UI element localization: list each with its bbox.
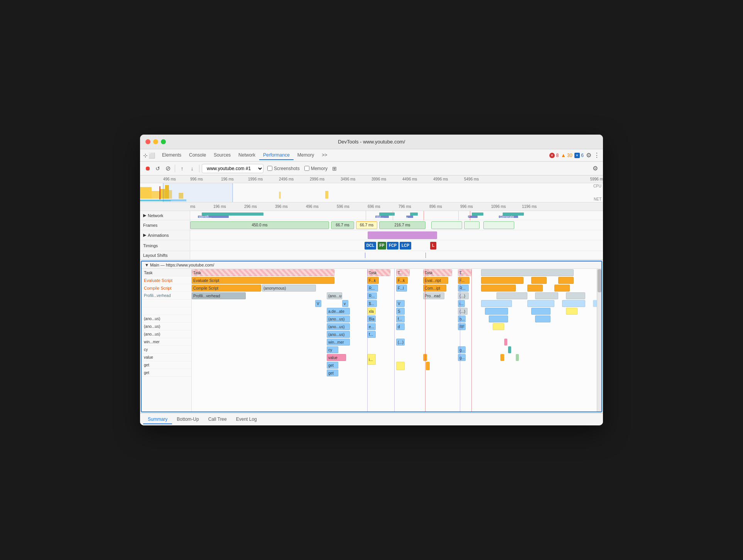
layout-shifts-content — [190, 251, 603, 259]
warning-icon: ▲ — [561, 152, 566, 158]
memory-checkbox-label[interactable]: Memory — [304, 166, 328, 171]
main-header: ▼ Main — https://www.youtube.com/ — [142, 261, 601, 269]
rf-bar: RF — [458, 323, 466, 330]
label-get1: get — [142, 361, 191, 369]
scatter-5 — [527, 300, 554, 307]
value-bar: value — [327, 354, 346, 361]
record-button[interactable]: ⏺ — [143, 164, 152, 173]
guide-line-red1 — [425, 269, 426, 412]
scatter-3 — [489, 315, 508, 322]
label-value: value — [142, 354, 191, 361]
e-bar: e... — [367, 323, 376, 330]
tab-call-tree[interactable]: Call Tree — [204, 415, 231, 424]
settings-icon[interactable]: ⚙ — [586, 152, 591, 159]
scatter-gray1 — [496, 292, 527, 299]
guide-line-2 — [394, 269, 395, 412]
frame-1: 450.0 ms — [190, 221, 329, 229]
tab-memory[interactable]: Memory — [294, 151, 318, 160]
timing-dcl: DCL — [365, 242, 376, 250]
memory-checkbox[interactable] — [304, 166, 309, 171]
compile-ipt: Com...ipt — [423, 285, 446, 292]
net-bar-4: gui... — [375, 216, 389, 218]
more-icon[interactable]: ⋮ — [594, 152, 600, 159]
window-title: DevTools - www.youtube.com/ — [338, 139, 405, 145]
tab-network[interactable]: Network — [235, 151, 259, 160]
capture-settings-button[interactable]: ⚙ — [591, 164, 600, 173]
svg-rect-12 — [163, 183, 233, 202]
divider — [175, 165, 175, 172]
upload-button[interactable]: ↑ — [177, 164, 187, 173]
scatter-gray2 — [535, 292, 558, 299]
frame-3: 66.7 ms — [356, 221, 377, 229]
right-scrollbar[interactable] — [597, 269, 601, 412]
tab-elements[interactable]: Elements — [158, 151, 185, 160]
animations-content — [190, 230, 603, 240]
reload-button[interactable]: ↺ — [153, 164, 162, 173]
net-bar-6: v... — [406, 216, 413, 218]
net-bar-2: identifi... — [198, 216, 229, 218]
frames-label: Frames — [140, 220, 190, 230]
timing-fp: FP — [378, 242, 386, 250]
compile-5 — [527, 285, 543, 292]
error-badge[interactable]: ✕ 8 — [549, 153, 559, 158]
tab-console[interactable]: Console — [185, 151, 210, 160]
svg-rect-7 — [279, 192, 281, 199]
svg-rect-2 — [152, 191, 159, 199]
label-cy: cy — [142, 346, 191, 354]
download-button[interactable]: ↓ — [187, 164, 197, 173]
eval-bar-fk2: F...k — [396, 277, 408, 284]
label-evaluate: Evaluate Script — [142, 277, 191, 284]
svg-rect-1 — [140, 187, 152, 199]
yellow-tall2 — [396, 362, 405, 370]
minimize-button[interactable] — [153, 139, 158, 144]
divider2 — [199, 165, 199, 172]
device-toolbar-icon[interactable]: ⬜ — [149, 152, 155, 159]
label-empty1 — [142, 307, 191, 315]
clear-button[interactable]: ⊘ — [163, 164, 172, 173]
anon-bar1: (ano...us) — [327, 315, 350, 322]
memory-settings-icon[interactable]: ⊞ — [332, 165, 337, 172]
cpu-graph — [140, 183, 603, 202]
i-bar1: i... — [458, 300, 465, 307]
frame-7 — [483, 221, 514, 229]
task-bar-gray — [481, 269, 574, 276]
profiling-bar: Profili...verhead — [192, 292, 246, 299]
tab-bottom-up[interactable]: Bottom-Up — [172, 415, 203, 424]
tab-sources[interactable]: Sources — [210, 151, 235, 160]
inspect-icon[interactable]: ⊹ — [143, 152, 148, 159]
prof-r1: R... — [367, 292, 377, 299]
guide-line-red2 — [471, 269, 472, 412]
flame-canvas: Task Task T... Task T... Evaluate Script… — [192, 269, 597, 412]
issue-badge[interactable]: ✕ 6 — [574, 153, 584, 158]
tab-performance[interactable]: Performance — [259, 151, 294, 160]
tab-event-log[interactable]: Event Log — [231, 415, 262, 424]
label-v — [142, 300, 191, 307]
screenshots-checkbox[interactable] — [267, 166, 272, 171]
anon-bar3: (ano...us) — [327, 331, 350, 338]
tab-summary[interactable]: Summary — [143, 415, 172, 424]
network-content: identifi... gui... v... C... Generate — [190, 211, 603, 220]
compile-fi: F...l — [396, 285, 407, 292]
compile-big — [481, 285, 516, 292]
label-anon3: (ano...us) — [142, 331, 191, 338]
frame-2: 66.7 ms — [331, 221, 354, 229]
scroll-thumb[interactable] — [598, 269, 601, 292]
eval-bar-5 — [531, 277, 547, 284]
screenshots-checkbox-label[interactable]: Screenshots — [267, 166, 300, 171]
close-button[interactable] — [145, 139, 150, 144]
frame-6 — [464, 221, 480, 229]
url-select[interactable]: www.youtube.com #1 — [202, 164, 263, 173]
frames-track: Frames 450.0 ms 66.7 ms 66.7 ms 216.7 ms — [140, 220, 603, 230]
guide-line-1 — [367, 269, 368, 412]
label-profiling: Profili...verhead — [142, 292, 191, 300]
timings-content: DCL FP FCP LCP L — [190, 240, 603, 251]
net-bar-8: C... — [468, 216, 478, 218]
eval-bar-6 — [558, 277, 574, 284]
tab-more[interactable]: >> — [318, 151, 331, 160]
maximize-button[interactable] — [161, 139, 166, 144]
scatter-gray3 — [566, 292, 585, 299]
warning-badge[interactable]: ▲ 30 — [561, 152, 572, 158]
g-bar1: g... — [458, 346, 466, 353]
cy-bar: cy — [327, 346, 338, 353]
scatter-1 — [481, 300, 512, 307]
